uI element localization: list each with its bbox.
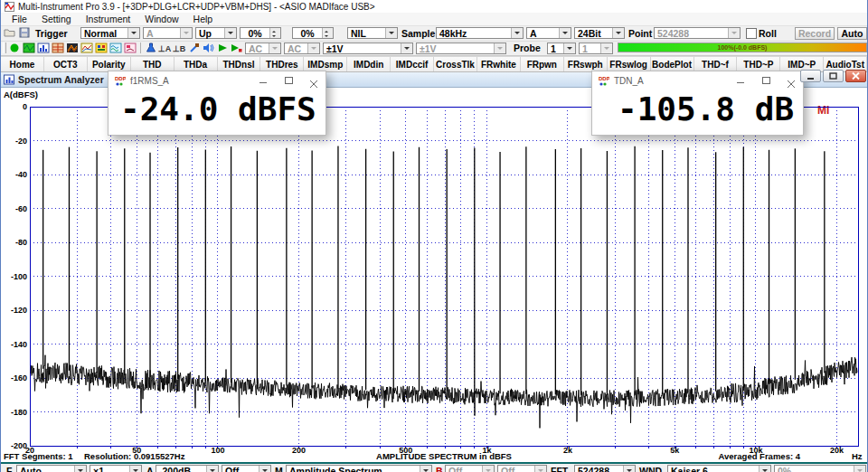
maximize-icon[interactable] — [761, 76, 770, 85]
ddp-window-tdn-titlebar[interactable]: DDP TDN_A — [592, 71, 803, 90]
freq-range-select[interactable]: Auto — [16, 465, 87, 472]
close-icon[interactable] — [787, 76, 796, 85]
svg-text:DDP: DDP — [115, 76, 126, 81]
svg-text:10k: 10k — [749, 446, 763, 455]
probe-cal-b-icon[interactable]: ⊥B — [173, 42, 186, 54]
probe-cal-a-icon[interactable]: ⊥A — [158, 42, 172, 54]
mode-select[interactable]: Amplitude Spectrum — [286, 465, 432, 472]
trigger-filter-select[interactable]: NIL — [347, 27, 398, 39]
sound-device-icon[interactable] — [201, 42, 214, 54]
menu-file[interactable]: File — [5, 14, 34, 24]
instrument-input-toolbar: ⊥A ⊥B AC AC ±1V ±1V Probe 1 1 100%(-0.0 … — [1, 42, 867, 56]
app-icon — [5, 2, 14, 12]
device-test-plan-icon[interactable] — [123, 42, 137, 54]
signal-generator-icon[interactable] — [144, 42, 157, 54]
ddp-window-tdn[interactable]: DDP TDN_A -105.8 dB — [591, 71, 804, 136]
spectrum-plot[interactable]: A(dBFS) MI FFT Segments: 1 Resolution: 0… — [1, 88, 868, 462]
window-function-select[interactable]: Kaiser 6 — [667, 465, 771, 472]
roll-checkbox[interactable] — [746, 28, 757, 39]
mdi-window-buttons — [800, 70, 866, 82]
svg-text:-40: -40 — [15, 170, 27, 179]
oscilloscope-icon[interactable] — [22, 42, 35, 54]
multimeter-icon[interactable] — [51, 42, 64, 54]
calibration-icon[interactable] — [187, 42, 201, 54]
open-file-icon[interactable] — [3, 26, 16, 39]
tab-crosstlk[interactable]: CrossTlk — [434, 57, 477, 71]
trigger-edge-select[interactable]: Up — [195, 27, 237, 39]
spectrum-analyzer-icon[interactable] — [36, 42, 50, 54]
grid-layer — [30, 107, 858, 448]
sample-channel-select[interactable]: A — [526, 27, 571, 39]
tab-thda[interactable]: THDa — [175, 57, 218, 71]
minimize-icon[interactable] — [800, 70, 821, 82]
svg-text:-100: -100 — [11, 272, 27, 281]
maximize-icon[interactable] — [284, 76, 293, 85]
probe-a-select[interactable]: 1 — [547, 42, 576, 54]
tab-bodeplot[interactable]: BodePlot — [651, 57, 694, 71]
menu-setting[interactable]: Setting — [34, 14, 79, 24]
sample-rate-select[interactable]: 48kHz — [436, 27, 524, 39]
run-icon[interactable] — [7, 42, 21, 54]
minimize-icon[interactable] — [259, 76, 268, 85]
play-loop-icon[interactable] — [229, 42, 242, 54]
view-settings-toolbar: F Auto ×1 A -200dB Off M Amplitude Spect… — [1, 462, 867, 472]
range-a-select[interactable]: ±1V — [323, 42, 413, 54]
svg-text:2k: 2k — [563, 446, 573, 455]
menu-window[interactable]: Window — [137, 14, 185, 24]
tab-oct3[interactable]: OCT3 — [44, 57, 88, 71]
close-icon[interactable] — [309, 76, 318, 85]
tab-polarity[interactable]: Polarity — [88, 57, 131, 71]
record-button: Record — [795, 27, 835, 40]
tab-frpwn[interactable]: FRpwn — [521, 57, 564, 71]
window-title: Multi-Instrument Pro 3.9 - [+3DP+DLG+LCR… — [18, 2, 375, 12]
b-range-select: Off — [445, 465, 495, 472]
svg-text:1k: 1k — [482, 446, 492, 455]
ddp-viewer-icon[interactable] — [94, 42, 108, 54]
tab-thd-p[interactable]: THD~P — [737, 57, 780, 71]
a-ref-select[interactable]: Off — [222, 465, 271, 472]
tab-frswph[interactable]: FRswph — [564, 57, 608, 71]
trigger-delay-spinner[interactable]: 0% — [292, 27, 334, 39]
tab-thd[interactable]: THD — [131, 57, 175, 71]
sample-bits-select[interactable]: 24Bit — [574, 27, 625, 39]
tab-frwhite[interactable]: FRwhite — [477, 57, 521, 71]
svg-text:500: 500 — [399, 446, 412, 455]
a-range-select[interactable]: -200dB — [156, 465, 219, 472]
tab-imddin[interactable]: IMDdin — [347, 57, 391, 71]
tab-imdsmp[interactable]: IMDsmp — [304, 57, 347, 71]
spectrum-3d-plot-icon[interactable] — [65, 42, 79, 54]
derived-data-icon[interactable] — [108, 42, 122, 54]
point-label: Point — [628, 28, 652, 39]
fft-size-select[interactable]: 524288 — [574, 465, 636, 472]
tab-home[interactable]: Home — [1, 57, 44, 71]
tab-thdnsl[interactable]: THDnsl — [218, 57, 261, 71]
save-icon[interactable] — [17, 26, 31, 39]
ddp-window-rms[interactable]: DDP f1RMS_A -24.0 dBFS — [108, 71, 326, 136]
record-points-select: 524288 — [654, 27, 741, 39]
close-icon[interactable] — [845, 70, 866, 82]
play-icon[interactable] — [215, 42, 229, 54]
menu-help[interactable]: Help — [186, 14, 221, 24]
tab-thdres[interactable]: THDres — [260, 57, 304, 71]
freq-zoom-select[interactable]: ×1 — [90, 465, 142, 472]
trigger-mode-select[interactable]: Normal — [80, 27, 140, 39]
wnd-label: WND — [639, 466, 662, 472]
menu-instrument[interactable]: Instrument — [79, 14, 138, 24]
rms-value: -24.0 dBFS — [108, 90, 326, 129]
auto-button[interactable]: Auto — [837, 27, 867, 40]
ddp-window-rms-titlebar[interactable]: DDP f1RMS_A — [108, 71, 326, 90]
menu-bar: File Setting Instrument Window Help — [1, 13, 867, 26]
svg-text:-60: -60 — [15, 204, 27, 213]
tab-frswlog[interactable]: FRswlog — [608, 57, 651, 71]
svg-text:-180: -180 — [11, 408, 27, 417]
restore-icon[interactable] — [823, 70, 844, 82]
tab-thd-f[interactable]: THD~f — [694, 57, 738, 71]
title-bar: Multi-Instrument Pro 3.9 - [+3DP+DLG+LCR… — [1, 0, 867, 13]
tab-imdccif[interactable]: IMDccif — [391, 57, 434, 71]
data-logger-icon[interactable] — [80, 42, 93, 54]
coupling-a-select: AC — [245, 42, 281, 54]
trigger-level-spinner[interactable]: 0% — [240, 27, 281, 39]
toolbar-grip[interactable] — [3, 42, 6, 53]
minimize-icon[interactable] — [736, 76, 745, 85]
svg-text:50: 50 — [132, 446, 141, 455]
